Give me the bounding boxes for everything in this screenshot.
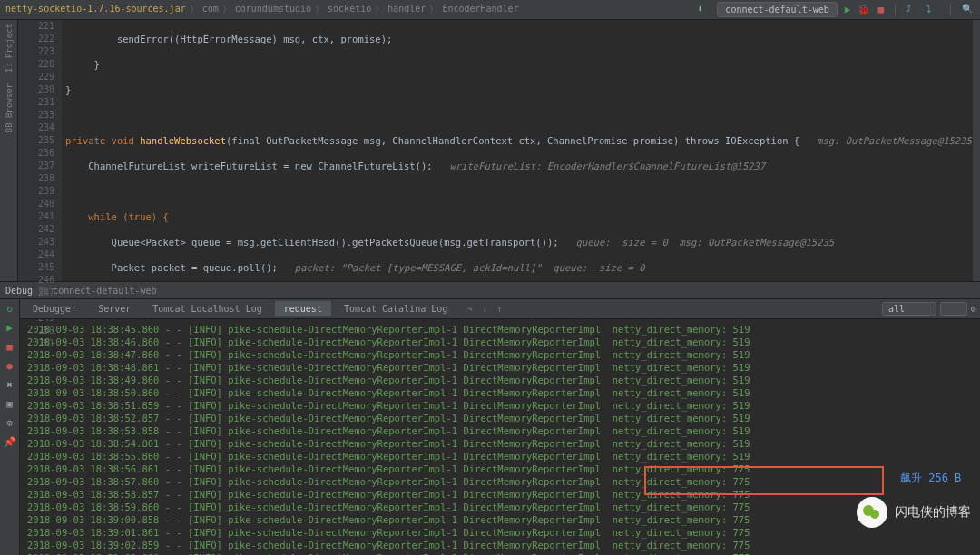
breadcrumb[interactable]: netty-socketio-1.7.16-sources.jar 〉 com …	[5, 4, 519, 16]
top-toolbar: netty-socketio-1.7.16-sources.jar 〉 com …	[0, 0, 980, 20]
log-line: 2018-09-03 18:39:02.859 - - [INFO] pike-…	[27, 539, 973, 551]
pin-icon[interactable]: 📌	[4, 436, 16, 448]
tab-server[interactable]: Server	[89, 301, 140, 316]
log-line: 2018-09-03 18:38:57.860 - - [INFO] pike-…	[27, 475, 973, 488]
memory-jump-annotation: 飙升 256 B	[900, 472, 961, 484]
log-line: 2018-09-03 18:38:58.857 - - [INFO] pike-…	[27, 488, 973, 501]
log-line: 2018-09-03 18:38:46.860 - - [INFO] pike-…	[27, 336, 973, 348]
wechat-icon	[857, 497, 887, 528]
breadcrumb-class[interactable]: EncoderHandler	[442, 4, 518, 16]
tab-request[interactable]: request	[275, 301, 331, 316]
debug-side-toolbar: ↻ ▶ ■ ● ✖ ▣ ⚙ 📌	[0, 299, 20, 555]
vcs-icon[interactable]: ⤴	[906, 4, 919, 16]
resume-icon[interactable]: ▶	[6, 322, 13, 334]
breakpoints-icon[interactable]: ●	[6, 360, 13, 372]
mute-icon[interactable]: ✖	[6, 379, 13, 391]
debug-label: Debug	[5, 286, 33, 296]
log-line: 2018-09-03 18:39:00.858 - - [INFO] pike-…	[27, 513, 973, 526]
log-line: 2018-09-03 18:38:52.857 - - [INFO] pike-…	[27, 412, 973, 424]
rerun-icon[interactable]: ↻	[6, 303, 13, 315]
breadcrumb-pkg[interactable]: handler	[387, 4, 426, 16]
debug-config: connect-default-web	[53, 286, 156, 296]
right-gutter	[973, 20, 980, 281]
left-tool-margin: 1: Project DB Browser	[0, 20, 18, 281]
log-line: 2018-09-03 18:38:53.858 - - [INFO] pike-…	[27, 424, 973, 437]
code-editor[interactable]: sendError((HttpErrorMessage) msg, ctx, p…	[62, 20, 973, 281]
breadcrumb-pkg[interactable]: socketio	[328, 4, 371, 16]
watermark-text: 闪电侠的博客	[895, 504, 971, 521]
run-config-dropdown[interactable]: connect-default-web	[717, 2, 837, 17]
tab-localhost-log[interactable]: Tomcat Localhost Log	[143, 301, 270, 316]
log-line: 2018-09-03 18:38:55.860 - - [INFO] pike-…	[27, 450, 973, 462]
svg-point-1	[870, 510, 879, 519]
stop-debug-icon[interactable]: ■	[6, 341, 13, 353]
log-line: 2018-09-03 18:38:45.860 - - [INFO] pike-…	[27, 323, 973, 336]
log-line: 2018-09-03 18:38:56.861 - - [INFO] pike-…	[27, 462, 973, 475]
tab-debugger[interactable]: Debugger	[24, 301, 85, 316]
step-over-icon[interactable]: ↷	[467, 304, 473, 314]
console-output[interactable]: 2018-09-03 18:38:45.860 - - [INFO] pike-…	[20, 319, 980, 555]
layout-icon[interactable]: ▣	[6, 398, 13, 410]
run-icon[interactable]: ▶	[845, 4, 851, 15]
tab-catalina-log[interactable]: Tomcat Catalina Log	[335, 301, 456, 316]
settings-icon[interactable]: ⚙	[6, 417, 13, 429]
breadcrumb-pkg[interactable]: com	[202, 4, 219, 16]
log-level-dropdown[interactable]: all	[882, 302, 936, 316]
build-icon[interactable]: ⬇	[697, 4, 710, 16]
line-gutter[interactable]: 221 222 223 228 229 230 231 233 234 235 …	[18, 20, 62, 281]
step-out-icon[interactable]: ↑	[496, 304, 502, 314]
toolbar-right: ⬇ connect-default-web ▶ 🐞 ■ ⤴ ⤵ 🔍	[697, 2, 975, 17]
debug-icon[interactable]: 🐞	[858, 4, 870, 15]
log-line: 2018-09-03 18:39:01.861 - - [INFO] pike-…	[27, 526, 973, 539]
log-line: 2018-09-03 18:38:51.859 - - [INFO] pike-…	[27, 399, 973, 412]
bottom-tabs: Debugger Server Tomcat Localhost Log req…	[20, 299, 980, 319]
breadcrumb-pkg[interactable]: corundumstudio	[235, 4, 311, 16]
log-line: 2018-09-03 18:38:59.860 - - [INFO] pike-…	[27, 501, 973, 513]
tool-dbbrowser[interactable]: DB Browser	[5, 83, 14, 132]
log-search-input[interactable]	[940, 302, 967, 316]
tool-project[interactable]: 1: Project	[5, 24, 14, 73]
search-icon[interactable]: 🔍	[962, 4, 975, 16]
breadcrumb-jar[interactable]: netty-socketio-1.7.16-sources.jar	[5, 4, 186, 16]
log-line: 2018-09-03 18:38:50.860 - - [INFO] pike-…	[27, 386, 973, 399]
log-line: 2018-09-03 18:38:48.861 - - [INFO] pike-…	[27, 361, 973, 374]
log-line: 2018-09-03 18:38:49.860 - - [INFO] pike-…	[27, 374, 973, 386]
step-into-icon[interactable]: ↓	[482, 304, 487, 314]
stop-icon[interactable]: ■	[877, 4, 884, 15]
vcs-update-icon[interactable]: ⤵	[926, 4, 939, 16]
filter-icon[interactable]: ⚙	[971, 304, 976, 314]
log-line: 2018-09-03 18:39:03.860 - - [INFO] pike-…	[27, 551, 973, 555]
log-line: 2018-09-03 18:38:54.861 - - [INFO] pike-…	[27, 437, 973, 450]
debug-header: Debug ⛓ connect-default-web	[0, 281, 980, 299]
watermark-badge: 闪电侠的博客	[857, 497, 971, 528]
log-line: 2018-09-03 18:38:47.860 - - [INFO] pike-…	[27, 348, 973, 361]
